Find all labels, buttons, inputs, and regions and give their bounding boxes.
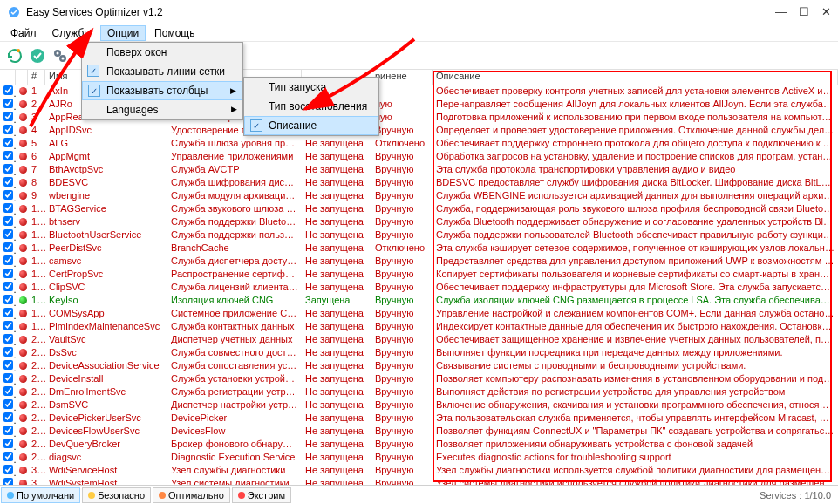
row-num: 3 — [28, 112, 45, 125]
row-name: wbengine — [45, 190, 167, 203]
row-name: ALG — [45, 138, 167, 151]
row-status: Не запущена — [302, 386, 371, 399]
row-checkbox[interactable] — [3, 452, 13, 461]
row-status: Не запущена — [302, 465, 371, 478]
table-row[interactable]: 8BDESVCСлужба шифрования дисков ...Не за… — [0, 177, 838, 190]
dd-ontop[interactable]: Поверх окон — [82, 43, 242, 62]
table-row[interactable]: 22DeviceAssociationServiceСлужба сопоста… — [0, 360, 838, 373]
row-name: BDESVC — [45, 177, 167, 190]
row-checkbox[interactable] — [3, 177, 13, 187]
row-checkbox[interactable] — [3, 360, 13, 370]
row-checkbox[interactable] — [3, 269, 13, 278]
table-row[interactable]: 10BTAGServiceСлужба звукового шлюза Blu.… — [0, 203, 838, 216]
table-row[interactable]: 24DmEnrollmentSvcСлужба регистрации устр… — [0, 386, 838, 399]
window-title: Easy Services Optimizer v1.2 — [26, 6, 775, 18]
row-num: 8 — [28, 177, 45, 190]
table-row[interactable]: 11bthservСлужба поддержки BluetoothНе за… — [0, 216, 838, 229]
preset-default[interactable]: По умолчани — [1, 487, 80, 503]
minimize-button[interactable]: — — [775, 5, 787, 18]
refresh-icon[interactable] — [5, 46, 24, 65]
row-checkbox[interactable] — [3, 85, 13, 95]
table-row[interactable]: 31WdiSystemHostУзел системы диагностикиН… — [0, 478, 838, 485]
menu-options[interactable]: Опции — [100, 25, 146, 41]
col-desc[interactable]: Описание — [433, 70, 838, 85]
table-row[interactable]: 15CertPropSvcРаспространение сертификата… — [0, 269, 838, 282]
table-row[interactable]: 9wbengineСлужба модуля архивации н...Не … — [0, 190, 838, 203]
close-button[interactable]: ✕ — [821, 5, 831, 18]
row-checkbox[interactable] — [3, 112, 13, 121]
row-checkbox[interactable] — [3, 347, 13, 357]
preset-optimal[interactable]: Оптимально — [153, 487, 230, 503]
col-num[interactable]: # — [28, 70, 45, 85]
row-checkbox[interactable] — [3, 190, 13, 200]
row-checkbox[interactable] — [3, 203, 13, 213]
table-row[interactable]: 13PeerDistSvcBranchCacheНе запущенаОтклю… — [0, 242, 838, 255]
row-checkbox[interactable] — [3, 282, 13, 291]
row-checkbox[interactable] — [3, 255, 13, 265]
menu-services[interactable]: Службы — [45, 25, 99, 41]
table-row[interactable]: 26DevicePickerUserSvcDevicePickerНе запу… — [0, 412, 838, 426]
preset-safe[interactable]: Безопасно — [82, 487, 151, 503]
status-dot-icon — [19, 205, 27, 213]
table-row[interactable]: 28DevQueryBrokerБрокер фонового обнаруже… — [0, 439, 838, 452]
row-checkbox[interactable] — [3, 439, 13, 448]
table-row[interactable]: 5ALGСлужба шлюза уровня прило...Не запущ… — [0, 138, 838, 151]
col-start[interactable]: ринене — [371, 70, 433, 85]
row-checkbox[interactable] — [3, 151, 13, 160]
row-checkbox[interactable] — [3, 308, 13, 317]
row-checkbox[interactable] — [3, 229, 13, 239]
row-start: Вручную — [371, 412, 433, 426]
dd-starttype[interactable]: Тип запуска — [244, 78, 378, 97]
row-checkbox[interactable] — [3, 99, 13, 108]
table-row[interactable]: 4AppIDSvcУдостоверение приложенияНе запу… — [0, 125, 838, 138]
table-row[interactable]: 27DevicesFlowUserSvcDevicesFlowНе запуще… — [0, 426, 838, 439]
row-checkbox[interactable] — [3, 465, 13, 474]
table-row[interactable]: 18COMSysAppСистемное приложение COM+Не з… — [0, 308, 838, 321]
table-row[interactable]: 14camsvcСлужба диспетчера доступа ...Не … — [0, 255, 838, 269]
row-checkbox[interactable] — [3, 242, 13, 252]
table-row[interactable]: 21DsSvcСлужба совместного доступа...Не з… — [0, 347, 838, 360]
dd-gridlines[interactable]: ✓Показывать линии сетки — [82, 62, 242, 81]
row-checkbox[interactable] — [3, 295, 13, 304]
row-checkbox[interactable] — [3, 334, 13, 344]
service-grid: # Имя ринене Описание 1AxInОбеспечивает … — [0, 70, 838, 485]
row-checkbox[interactable] — [3, 321, 13, 330]
table-row[interactable]: 16ClipSVCСлужба лицензий клиента (Cl...Н… — [0, 282, 838, 295]
dd-columns[interactable]: ✓Показывать столбцы▶ — [82, 81, 242, 100]
menu-help[interactable]: Помощь — [147, 25, 201, 41]
dd-recovery[interactable]: Тип восстановления — [244, 97, 378, 116]
status-dot-icon — [19, 100, 27, 108]
preset-extreme[interactable]: Экстрим — [232, 487, 291, 503]
table-row[interactable]: 6AppMgmtУправление приложениямиНе запуще… — [0, 151, 838, 164]
table-row[interactable]: 23DeviceInstallСлужба установки устройст… — [0, 373, 838, 386]
table-row[interactable]: 17KeyIsoИзоляция ключей CNGЗапущенаВручн… — [0, 295, 838, 308]
dd-languages[interactable]: Languages▶ — [82, 100, 242, 119]
row-checkbox[interactable] — [3, 125, 13, 134]
row-checkbox[interactable] — [3, 373, 13, 383]
row-checkbox[interactable] — [3, 216, 13, 226]
table-row[interactable]: 19PimIndexMaintenanceSvcСлужба контактны… — [0, 321, 838, 334]
row-desc: Копирует сертификаты пользователя и корн… — [433, 269, 838, 282]
row-start: ную — [371, 112, 433, 125]
row-checkbox[interactable] — [3, 399, 13, 409]
apply-icon[interactable] — [28, 46, 47, 65]
table-row[interactable]: 30WdiServiceHostУзел службы диагностикиН… — [0, 465, 838, 478]
settings-icon[interactable] — [51, 46, 70, 65]
table-row[interactable]: 29diagsvcDiagnostic Execution ServiceНе … — [0, 452, 838, 465]
row-checkbox[interactable] — [3, 386, 13, 396]
row-checkbox[interactable] — [3, 426, 13, 435]
table-row[interactable]: 20VaultSvcДиспетчер учетных данныхНе зап… — [0, 334, 838, 347]
row-checkbox[interactable] — [3, 164, 13, 174]
table-row[interactable]: 12BluetoothUserServiceСлужба поддержки п… — [0, 229, 838, 242]
menu-file[interactable]: Файл — [3, 25, 44, 41]
row-num: 12 — [28, 229, 45, 242]
row-status: Не запущена — [302, 190, 371, 203]
row-checkbox[interactable] — [3, 478, 13, 485]
table-row[interactable]: 25DsmSVCДиспетчер настройки устрой...Не … — [0, 399, 838, 412]
maximize-button[interactable]: ☐ — [799, 5, 809, 18]
dd-description[interactable]: ✓Описание — [244, 116, 378, 135]
row-checkbox[interactable] — [3, 138, 13, 147]
status-dot-icon — [19, 296, 27, 304]
table-row[interactable]: 7BthAvctpSvcСлужба AVCTPНе запущенаВручн… — [0, 164, 838, 177]
row-checkbox[interactable] — [3, 412, 13, 422]
